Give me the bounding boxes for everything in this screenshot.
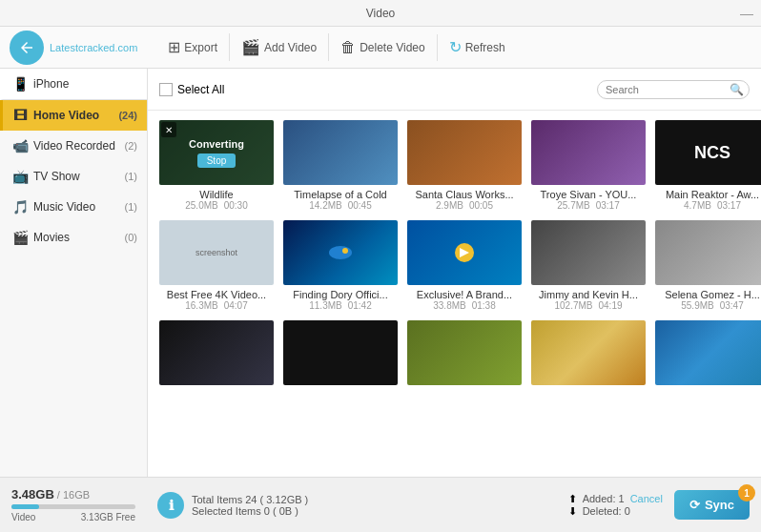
export-button[interactable]: ⊞ Export — [156, 33, 230, 61]
video-size-jimmy: 102.7MB — [554, 300, 592, 311]
storage-bar — [11, 504, 135, 509]
close-button-wildlife[interactable]: ✕ — [161, 122, 176, 137]
video-meta-selena: 55.9MB 03:47 — [681, 300, 744, 311]
video-size-selena: 55.9MB — [681, 300, 713, 311]
stop-button[interactable]: Stop — [197, 153, 237, 168]
video-row-3 — [159, 320, 750, 385]
sync-label: Sync — [705, 498, 734, 512]
window-title: Video — [366, 7, 395, 20]
selected-items-text: Selected Items 0 ( 0B ) — [192, 505, 308, 517]
home-video-icon: 🎞 — [12, 108, 28, 123]
video-thumb-selena — [655, 220, 761, 285]
sync-icon: ⟳ — [689, 498, 700, 512]
movies-icon: 🎬 — [12, 230, 28, 245]
video-duration-ncs: 03:17 — [717, 200, 741, 211]
tv-show-count: (1) — [125, 171, 137, 182]
video-item-jimmy[interactable]: Jimmy and Kevin H... 102.7MB 04:19 — [531, 220, 646, 311]
video-thumb-ncs: NCS — [655, 120, 761, 185]
sidebar-item-music-video[interactable]: 🎵 Music Video (1) — [0, 192, 147, 222]
video-item-brand[interactable]: Exclusive! A Brand... 33.8MB 01:38 — [407, 220, 522, 311]
video-title-dory: Finding Dory Offici... — [283, 289, 398, 300]
converting-text: Converting — [189, 138, 244, 150]
storage-free: 3.13GB Free — [81, 512, 135, 522]
search-input[interactable] — [606, 84, 730, 95]
refresh-icon: ↻ — [449, 38, 462, 56]
video-item-santa[interactable]: Santa Claus Works... 2.9MB 00:05 — [407, 120, 522, 211]
video-title-troye: Troye Sivan - YOU... — [531, 189, 646, 200]
video-item-dark1[interactable] — [159, 320, 274, 385]
total-items-text: Total Items 24 ( 3.12GB ) — [192, 494, 308, 505]
video-meta-ncs: 4.7MB 03:17 — [684, 200, 741, 211]
add-video-button[interactable]: 🎬 Add Video — [230, 33, 329, 61]
video-recorded-icon: 📹 — [12, 138, 28, 153]
video-size-4k: 16.3MB — [185, 300, 217, 311]
storage-amount: 3.48GB — [11, 487, 54, 501]
sidebar-item-movies[interactable]: 🎬 Movies (0) — [0, 222, 147, 253]
refresh-button[interactable]: ↻ Refresh — [438, 33, 517, 61]
video-thumb-4k: screenshot — [159, 220, 274, 285]
video-meta-brand: 33.8MB 01:38 — [433, 300, 496, 311]
video-item-desert[interactable] — [531, 320, 646, 385]
video-row-2: screenshot Best Free 4K Video... 16.3MB … — [159, 220, 750, 311]
video-item-selena[interactable]: Selena Gomez - H... 55.9MB 03:47 — [655, 220, 761, 311]
video-title-selena: Selena Gomez - H... — [655, 289, 761, 300]
video-recorded-label: Video Recorded — [33, 139, 115, 153]
delete-video-button[interactable]: 🗑 Delete Video — [329, 34, 438, 61]
video-item-ocean[interactable] — [655, 320, 761, 385]
added-deleted-section: ⬆ Added: 1 Cancel ⬇ Deleted: 0 — [568, 493, 663, 518]
movies-label: Movies — [33, 231, 70, 244]
select-all-checkbox[interactable]: Select All — [159, 83, 224, 96]
back-button[interactable] — [10, 31, 44, 65]
sidebar-item-home-video[interactable]: 🎞 Home Video (24) — [0, 100, 147, 131]
info-icon: ℹ — [157, 492, 184, 519]
search-box[interactable]: 🔍 — [597, 80, 750, 99]
sidebar-item-video-recorded[interactable]: 📹 Video Recorded (2) — [0, 131, 147, 161]
movies-count: (0) — [125, 232, 137, 243]
video-item-4k[interactable]: screenshot Best Free 4K Video... 16.3MB … — [159, 220, 274, 311]
video-item-nature[interactable] — [407, 320, 522, 385]
add-video-label: Add Video — [264, 41, 317, 54]
video-size-wildlife: 25.0MB — [185, 200, 217, 211]
video-title-timelapse: Timelapse of a Cold — [283, 189, 398, 200]
video-meta-troye: 25.7MB 03:17 — [557, 200, 620, 211]
video-item-ncs[interactable]: NCS Main Reaktor - Aw... 4.7MB 03:17 — [655, 120, 761, 211]
video-size-brand: 33.8MB — [433, 300, 465, 311]
video-item-dark2[interactable] — [283, 320, 398, 385]
video-meta-santa: 2.9MB 00:05 — [436, 200, 493, 211]
added-row: ⬆ Added: 1 Cancel — [568, 493, 663, 505]
storage-section: 3.48GB / 16GB Video 3.13GB Free — [11, 487, 150, 522]
video-thumb-wildlife: ✕ Converting Stop — [159, 120, 274, 185]
content-area: Select All 🔍 ✕ Converting Stop — [148, 69, 761, 477]
export-icon: ⊞ — [168, 38, 180, 56]
brand-url[interactable]: Latestcracked.com — [50, 42, 137, 53]
cancel-button[interactable]: Cancel — [630, 493, 663, 504]
sidebar-item-tv-show[interactable]: 📺 TV Show (1) — [0, 161, 147, 192]
video-recorded-count: (2) — [125, 140, 137, 152]
home-video-label: Home Video — [33, 109, 99, 122]
status-bar: 3.48GB / 16GB Video 3.13GB Free ℹ Total … — [0, 477, 761, 532]
video-item-wildlife[interactable]: ✕ Converting Stop Wildlife 25.0MB 00:30 — [159, 120, 274, 211]
video-duration-timelapse: 00:45 — [348, 200, 372, 211]
checkbox-icon[interactable] — [159, 83, 173, 96]
sync-button[interactable]: ⟳ Sync 1 — [674, 490, 750, 520]
video-item-dory[interactable]: Finding Dory Offici... 11.3MB 01:42 — [283, 220, 398, 311]
storage-fill — [11, 504, 39, 509]
added-label: Added: 1 — [583, 493, 625, 504]
sidebar-item-iphone[interactable]: 📱 iPhone — [0, 69, 147, 100]
video-size-ncs: 4.7MB — [684, 200, 711, 211]
status-text-block: Total Items 24 ( 3.12GB ) Selected Items… — [192, 494, 308, 517]
storage-type-label: Video — [11, 512, 35, 522]
video-size-troye: 25.7MB — [557, 200, 589, 211]
tv-show-icon: 📺 — [12, 169, 28, 184]
video-item-troye[interactable]: Troye Sivan - YOU... 25.7MB 03:17 — [531, 120, 646, 211]
window-minimize[interactable]: — — [740, 6, 753, 21]
export-label: Export — [184, 41, 217, 54]
video-item-timelapse[interactable]: Timelapse of a Cold 14.2MB 00:45 — [283, 120, 398, 211]
video-thumb-jimmy — [531, 220, 646, 285]
search-icon: 🔍 — [730, 83, 744, 96]
title-bar: Video — — [0, 0, 761, 27]
video-grid: ✕ Converting Stop Wildlife 25.0MB 00:30 — [148, 111, 761, 477]
home-video-count: (24) — [118, 110, 137, 121]
sync-badge: 1 — [738, 484, 755, 501]
video-duration-dory: 01:42 — [348, 300, 372, 311]
